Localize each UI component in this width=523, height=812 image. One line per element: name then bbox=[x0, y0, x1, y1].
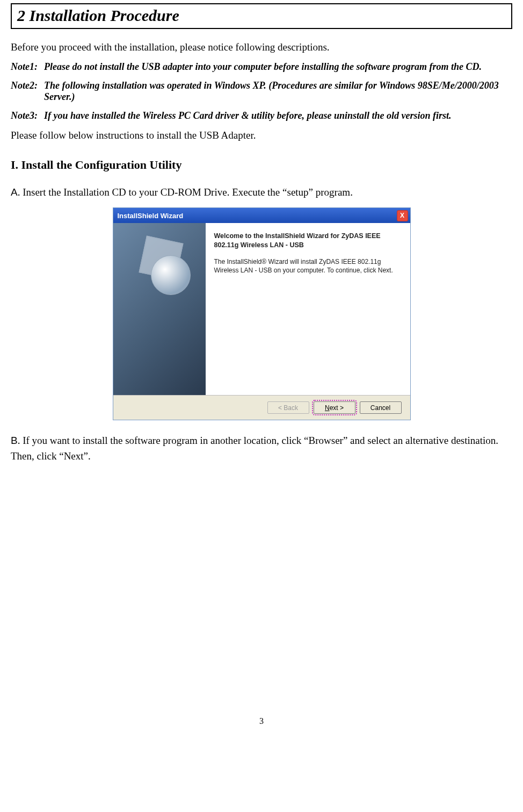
note-body: If you have installed the Wireless PC Ca… bbox=[44, 110, 512, 121]
next-letter: N bbox=[325, 404, 330, 412]
back-button: < Back bbox=[267, 401, 309, 414]
note-2: Note2: The following installation was op… bbox=[11, 80, 512, 103]
section-heading: I. Install the Configuration Utility bbox=[11, 158, 512, 172]
close-icon: X bbox=[400, 212, 404, 219]
chapter-title: 2 Installation Procedure bbox=[17, 6, 506, 25]
note-label: Note3: bbox=[11, 110, 44, 121]
note-label: Note2: bbox=[11, 80, 44, 103]
step-b: B. If you want to install the software p… bbox=[11, 433, 512, 464]
close-button[interactable]: X bbox=[397, 210, 408, 221]
step-body: . If you want to install the software pr… bbox=[11, 435, 498, 462]
back-button-label: < Back bbox=[278, 404, 298, 412]
step-letter: B bbox=[11, 435, 18, 446]
wizard-side-graphic bbox=[113, 223, 206, 395]
follow-paragraph: Please follow below instructions to inst… bbox=[11, 129, 512, 142]
wizard-text: The InstallShield® Wizard will install Z… bbox=[214, 257, 401, 275]
note-1: Note1: Please do not install the USB ada… bbox=[11, 61, 512, 73]
intro-paragraph: Before you proceed with the installation… bbox=[11, 41, 512, 54]
cd-icon bbox=[151, 255, 191, 295]
wizard-footer: < Back Next > Cancel bbox=[113, 395, 410, 420]
page-number: 3 bbox=[11, 716, 512, 726]
cancel-button-label: Cancel bbox=[371, 404, 390, 412]
wizard-titlebar: InstallShield Wizard X bbox=[113, 208, 410, 223]
installshield-wizard-dialog: InstallShield Wizard X Welcome to the In… bbox=[113, 207, 411, 420]
note-body: The following installation was operated … bbox=[44, 80, 512, 103]
next-button[interactable]: Next > bbox=[314, 401, 355, 414]
wizard-body: Welcome to the InstallShield Wizard for … bbox=[113, 223, 410, 395]
wizard-content: Welcome to the InstallShield Wizard for … bbox=[206, 223, 410, 395]
note-label: Note1: bbox=[11, 61, 44, 73]
cancel-button[interactable]: Cancel bbox=[360, 401, 402, 414]
wizard-heading: Welcome to the InstallShield Wizard for … bbox=[214, 232, 401, 250]
chapter-title-box: 2 Installation Procedure bbox=[11, 3, 512, 29]
note-body: Please do not install the USB adapter in… bbox=[44, 61, 512, 73]
note-3: Note3: If you have installed the Wireles… bbox=[11, 110, 512, 121]
step-a: A. Insert the Installation CD to your CD… bbox=[11, 185, 512, 200]
wizard-title: InstallShield Wizard bbox=[118, 212, 184, 220]
step-letter: A bbox=[11, 186, 18, 198]
step-body: . Insert the Installation CD to your CD-… bbox=[18, 186, 353, 198]
next-label-post: ext > bbox=[330, 404, 344, 412]
